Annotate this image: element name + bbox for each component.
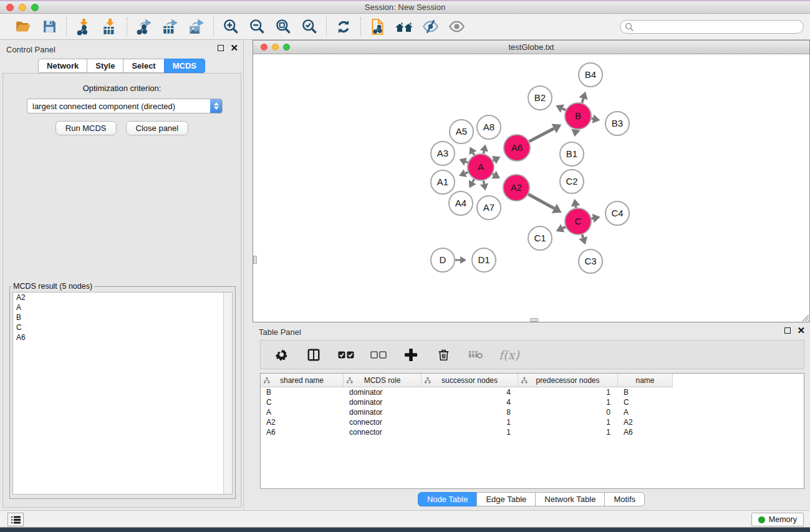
unselect-all-columns-icon[interactable] — [369, 346, 388, 364]
column-header-mcds-role[interactable]: MCDS role — [344, 374, 422, 387]
zoom-in-icon[interactable] — [221, 17, 240, 36]
close-table-panel-icon[interactable]: ✕ — [797, 327, 805, 334]
control-panel-title: Control Panel — [6, 45, 55, 54]
import-network-icon[interactable] — [74, 17, 93, 36]
graph-node-label-A6: A6 — [511, 142, 523, 153]
minimize-window-icon[interactable] — [19, 4, 26, 11]
graph-node-label-C3: C3 — [584, 256, 596, 266]
mcds-list-scrollbar[interactable] — [223, 293, 232, 494]
mcds-result-item[interactable]: B — [13, 312, 232, 322]
delete-row-icon[interactable] — [434, 346, 453, 364]
mcds-result-item[interactable]: A — [13, 302, 232, 312]
search-input[interactable] — [620, 20, 804, 34]
run-mcds-button[interactable]: Run MCDS — [55, 121, 117, 135]
optimization-criterion-label: Optimization criterion: — [3, 84, 241, 93]
new-network-icon[interactable] — [369, 17, 387, 36]
tab-network-table[interactable]: Network Table — [535, 492, 605, 506]
column-header-successor-nodes[interactable]: successor nodes — [422, 374, 518, 387]
cell-predecessor-nodes: 1 — [518, 387, 618, 397]
edge-A-A8[interactable] — [483, 151, 484, 153]
export-image-icon[interactable] — [187, 17, 206, 36]
tab-edge-table[interactable]: Edge Table — [476, 492, 536, 506]
hide-panel-eye-icon[interactable] — [421, 17, 440, 36]
table-row[interactable]: A6connector11A6 — [261, 427, 804, 437]
edge-A-A4[interactable] — [473, 179, 475, 182]
table-row[interactable]: Bdominator41B — [261, 387, 804, 397]
graph-node-label-B1: B1 — [566, 148, 577, 159]
edge-A-A6[interactable] — [493, 160, 494, 161]
tab-mcds[interactable]: MCDS — [164, 59, 205, 73]
graph-node-label-A5: A5 — [456, 126, 467, 137]
show-panel-eye-icon[interactable] — [447, 17, 466, 36]
table-row[interactable]: Adominator80A — [261, 407, 804, 417]
float-table-panel-icon[interactable] — [784, 327, 791, 334]
tab-network[interactable]: Network — [38, 59, 87, 73]
zoom-selected-icon[interactable] — [300, 17, 319, 36]
edge-B-B2[interactable] — [562, 109, 566, 110]
mcds-result-list[interactable]: A2ABCA6 — [12, 292, 233, 495]
edge-B-B4[interactable] — [582, 99, 583, 103]
edge-A-A5[interactable] — [473, 153, 475, 155]
save-session-icon[interactable] — [40, 17, 59, 36]
edge-C-C3[interactable] — [582, 235, 584, 238]
select-all-columns-icon[interactable] — [337, 346, 355, 364]
zoom-window-icon[interactable] — [31, 4, 39, 11]
criterion-select[interactable]: largest connected component (directed) — [27, 99, 223, 114]
add-row-icon[interactable] — [402, 346, 420, 364]
open-session-icon[interactable] — [14, 17, 32, 36]
export-network-icon[interactable] — [135, 17, 153, 36]
minimize-network-icon[interactable] — [272, 44, 279, 51]
network-canvas[interactable]: B4B2BB3A8A5A6B1A3AA1C2A2A4A7CC4C1C3DD1 — [253, 54, 809, 322]
float-panel-icon[interactable] — [218, 45, 224, 51]
edge-A-A7[interactable] — [483, 181, 484, 184]
home-icon[interactable] — [395, 17, 413, 36]
edge-A2-C[interactable] — [528, 195, 554, 209]
settings-gear-icon[interactable] — [272, 346, 291, 364]
close-panel-icon[interactable]: ✕ — [230, 45, 238, 51]
tab-node-table[interactable]: Node Table — [418, 492, 478, 506]
column-header-shared-name[interactable]: shared name — [261, 374, 344, 387]
resize-grip-corner[interactable] — [800, 312, 809, 322]
export-table-icon[interactable] — [161, 17, 180, 36]
tab-style[interactable]: Style — [87, 59, 123, 73]
memory-label: Memory — [769, 515, 797, 524]
zoom-network-icon[interactable] — [283, 44, 290, 51]
table-row[interactable]: Cdominator41C — [261, 397, 804, 407]
close-window-icon[interactable] — [6, 4, 14, 11]
cell-shared-name: A6 — [261, 427, 344, 437]
column-header-predecessor-nodes[interactable]: predecessor nodes — [518, 374, 618, 387]
edge-A-A3[interactable] — [465, 162, 468, 162]
close-panel-button[interactable]: Close panel — [126, 121, 189, 135]
mcds-result-item[interactable]: C — [13, 322, 232, 332]
delete-table-icon[interactable] — [466, 346, 485, 364]
graph-node-label-C: C — [575, 216, 582, 226]
table-header-row: shared nameMCDS rolesuccessor nodesprede… — [261, 374, 804, 387]
graph-node-label-A7: A7 — [483, 202, 494, 213]
status-bar: Memory — [0, 510, 810, 528]
task-history-button[interactable] — [7, 513, 24, 526]
edge-C-C1[interactable] — [562, 227, 566, 228]
memory-button[interactable]: Memory — [751, 513, 804, 526]
zoom-out-icon[interactable] — [248, 17, 266, 36]
zoom-fit-icon[interactable] — [274, 17, 292, 36]
tab-select[interactable]: Select — [123, 59, 164, 73]
edge-C-C4[interactable] — [592, 218, 594, 219]
cell-shared-name: C — [261, 397, 344, 407]
resize-grip-bottom[interactable] — [530, 318, 538, 322]
edge-A6-B[interactable] — [529, 128, 554, 142]
mcds-result-item[interactable]: A2 — [13, 293, 232, 302]
import-table-icon[interactable] — [100, 17, 119, 36]
table-row[interactable]: A2connector11A2 — [261, 417, 804, 427]
column-header-name[interactable]: name — [618, 374, 673, 387]
mcds-result-item[interactable]: A6 — [13, 332, 232, 342]
tab-motifs[interactable]: Motifs — [604, 492, 645, 506]
graph-node-label-B2: B2 — [534, 92, 546, 103]
network-window-titlebar[interactable]: testGlobe.txt — [253, 41, 809, 54]
refresh-layout-icon[interactable] — [334, 17, 353, 36]
edge-A-A1[interactable] — [465, 172, 468, 173]
resize-grip-left[interactable] — [253, 256, 257, 264]
columns-icon[interactable] — [304, 346, 323, 364]
close-network-icon[interactable] — [261, 44, 268, 51]
function-builder-icon[interactable]: f(x) — [499, 348, 519, 362]
edge-A-A2[interactable] — [493, 174, 494, 175]
